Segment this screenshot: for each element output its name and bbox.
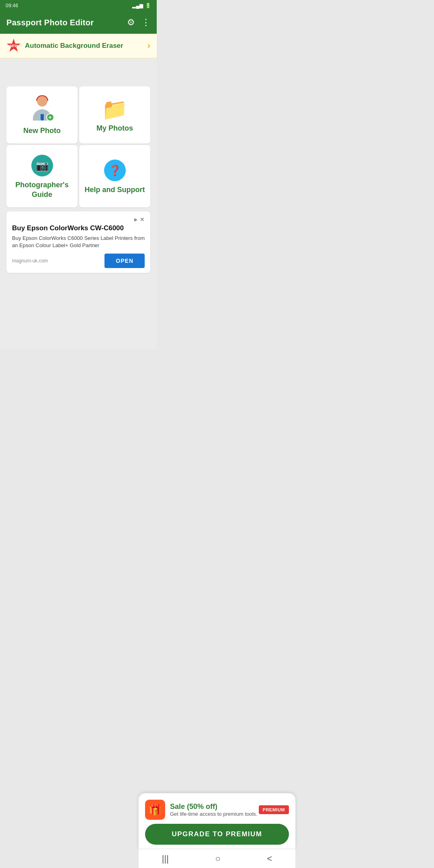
person-head	[37, 96, 47, 106]
person-tie	[41, 114, 44, 121]
ad-banner: ▶ ✕ Buy Epson ColorWorks CW-C6000 Buy Ep…	[6, 211, 150, 272]
photographers-guide-label: Photographer's Guide	[11, 180, 73, 199]
background-eraser-banner[interactable]: NEW Automatic Background Eraser ›	[0, 34, 157, 58]
new-photo-label: New Photo	[23, 126, 61, 135]
help-support-button[interactable]: ❓ Help and Support	[79, 145, 150, 207]
ad-bottom: magnum-uk.com OPEN	[12, 254, 145, 268]
ad-title: Buy Epson ColorWorks CW-C6000	[12, 224, 145, 232]
banner-arrow-icon: ›	[147, 41, 150, 51]
my-photos-label: My Photos	[96, 124, 133, 133]
folder-icon: 📁	[102, 99, 128, 120]
settings-icon[interactable]: ⚙	[127, 17, 135, 28]
battery-icon: 🔋	[145, 3, 151, 8]
help-support-label: Help and Support	[85, 185, 145, 194]
banner-left: NEW Automatic Background Eraser	[6, 39, 123, 53]
camera-circle-icon: 📷	[31, 155, 53, 176]
new-photo-icon: +	[30, 96, 54, 122]
new-photo-button[interactable]: + New Photo	[6, 86, 78, 143]
topbar-actions: ⚙ ⋮	[127, 17, 150, 28]
help-circle-icon: ❓	[104, 160, 126, 181]
ad-open-button[interactable]: OPEN	[104, 254, 145, 268]
ad-close-icon[interactable]: ✕	[140, 216, 145, 223]
add-plus-icon: +	[46, 113, 54, 121]
more-options-icon[interactable]: ⋮	[141, 17, 150, 28]
ad-label: ▶	[134, 217, 137, 222]
main-grid: + New Photo 📁 My Photos 📷 Photographer's…	[6, 86, 150, 207]
ad-top-bar: ▶ ✕	[12, 216, 145, 223]
app-title: Passport Photo Editor	[6, 18, 94, 27]
banner-text: Automatic Background Eraser	[25, 42, 123, 50]
photographers-guide-button[interactable]: 📷 Photographer's Guide	[6, 145, 78, 207]
signal-icon: ▂▄▆	[132, 3, 143, 8]
status-icons: ▂▄▆ 🔋	[132, 3, 151, 8]
topbar: Passport Photo Editor ⚙ ⋮	[0, 11, 157, 34]
status-bar: 09:46 ▂▄▆ 🔋	[0, 0, 157, 11]
new-badge: NEW	[6, 39, 21, 53]
my-photos-button[interactable]: 📁 My Photos	[79, 86, 150, 143]
status-time: 09:46	[6, 3, 18, 8]
ad-url: magnum-uk.com	[12, 258, 48, 264]
main-content: + New Photo 📁 My Photos 📷 Photographer's…	[0, 58, 157, 349]
ad-description: Buy Epson ColorWorks C6000 Series Label …	[12, 235, 145, 249]
